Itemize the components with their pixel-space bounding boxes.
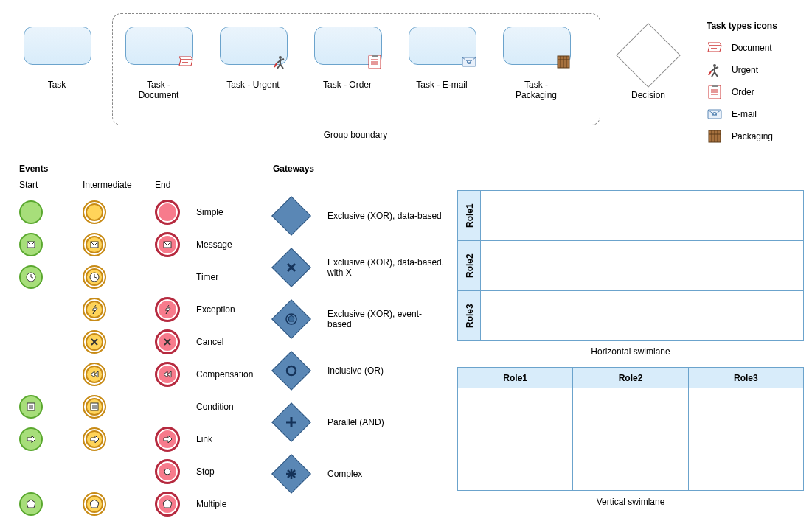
gateways-heading: Gateways	[273, 164, 314, 174]
vertical-swimlane-label: Vertical swimlane	[457, 497, 804, 507]
event-inter-timer	[83, 265, 106, 289]
event-end-message	[155, 232, 180, 257]
event-inter-condition	[83, 395, 106, 419]
v-lane3	[688, 388, 803, 491]
event-start-condition	[19, 395, 43, 419]
gateway-label-4: Parallel (AND)	[327, 417, 384, 427]
packaging-icon	[555, 54, 572, 70]
v-role3: Role3	[688, 368, 803, 388]
event-inter-multiple	[83, 492, 106, 516]
urgent-icon	[707, 62, 723, 78]
event-start-timer	[19, 265, 43, 289]
email-icon	[707, 106, 723, 122]
event-label-1: Message	[196, 239, 232, 250]
vertical-swimlane: Role1 Role2 Role3	[457, 367, 804, 491]
task-label-0: Task - Document	[125, 80, 192, 100]
event-label-5: Compensation	[196, 369, 253, 380]
task-shape-4	[503, 27, 571, 65]
event-start-simple	[19, 200, 43, 224]
event-label-3: Exception	[196, 304, 235, 315]
event-end-exception	[155, 297, 180, 322]
event-end-simple	[155, 200, 180, 225]
event-inter-message	[83, 233, 106, 256]
event-start-link	[19, 427, 43, 451]
tasktype-label-4: Packaging	[732, 131, 773, 141]
gateway-pentagon-ring	[271, 299, 311, 339]
events-heading: Events	[19, 164, 48, 174]
gateway-label-0: Exclusive (XOR), data-based	[327, 211, 442, 221]
gateway-label-1: Exclusive (XOR), data-based, with X	[327, 257, 445, 278]
event-inter-simple	[83, 200, 106, 224]
event-inter-link	[83, 427, 106, 451]
col-intermediate: Intermediate	[83, 180, 132, 190]
col-end: End	[155, 180, 170, 190]
document-icon	[178, 54, 194, 70]
task-label: Task	[24, 80, 90, 90]
v-role2: Role2	[573, 368, 688, 388]
tasktype-label-0: Document	[732, 43, 772, 53]
order-icon	[367, 54, 383, 70]
gateway-label-5: Complex	[327, 469, 362, 479]
task-label-1: Task - Urgent	[220, 80, 286, 90]
tasktype-label-2: Order	[732, 87, 754, 97]
task-shape-3	[409, 27, 476, 65]
gateway-asterisk	[271, 454, 311, 494]
task-shape-1	[220, 27, 288, 65]
tasktype-label-3: E-mail	[732, 109, 757, 119]
h-lane1	[481, 191, 804, 241]
document-icon	[707, 40, 723, 56]
event-start-multiple	[19, 492, 43, 516]
h-lane3	[481, 291, 804, 341]
v-lane1	[458, 388, 573, 491]
h-role3: Role3	[458, 291, 481, 341]
task-shape-0	[125, 27, 193, 65]
event-end-link	[155, 427, 180, 452]
tasktypes-heading: Task types icons	[707, 21, 810, 31]
gateway-blank	[271, 196, 311, 236]
event-inter-exception	[83, 298, 106, 321]
packaging-icon	[707, 128, 723, 144]
task-shape	[24, 27, 91, 65]
col-start: Start	[19, 180, 38, 190]
event-start-message	[19, 233, 43, 256]
event-end-compensation	[155, 362, 180, 387]
email-icon	[461, 54, 477, 70]
event-label-0: Simple	[196, 207, 223, 217]
event-inter-cancel	[83, 330, 106, 354]
event-inter-compensation	[83, 363, 106, 386]
gateway-plus	[271, 402, 311, 442]
gateway-ring	[271, 351, 311, 391]
group-label: Group boundary	[112, 130, 599, 140]
task-shape-2	[314, 27, 382, 65]
event-end-multiple	[155, 492, 180, 517]
decision-shape	[617, 24, 680, 87]
h-role2: Role2	[458, 241, 481, 291]
h-lane2	[481, 241, 804, 291]
horizontal-swimlane-label: Horizontal swimlane	[457, 346, 804, 357]
event-end-cancel	[155, 329, 180, 354]
gateway-x	[271, 248, 311, 287]
event-label-9: Multiple	[196, 499, 226, 509]
event-label-6: Condition	[196, 402, 234, 412]
decision-label: Decision	[617, 90, 680, 100]
event-end-stop	[155, 459, 180, 484]
task-label-4: Task - Packaging	[503, 80, 569, 100]
event-label-8: Stop	[196, 466, 215, 477]
h-role1: Role1	[458, 191, 481, 241]
gateway-label-2: Exclusive (XOR), event-based	[327, 309, 445, 329]
horizontal-swimlane: Role1 Role2 Role3	[457, 190, 804, 341]
gateway-label-3: Inclusive (OR)	[327, 366, 384, 376]
order-icon	[707, 84, 723, 100]
v-lane2	[573, 388, 688, 491]
event-label-4: Cancel	[196, 337, 223, 347]
event-label-7: Link	[196, 434, 212, 444]
task-label-3: Task - E-mail	[409, 80, 475, 90]
tasktype-label-1: Urgent	[732, 65, 758, 75]
v-role1: Role1	[458, 368, 573, 388]
urgent-icon	[272, 54, 288, 70]
task-label-2: Task - Order	[314, 80, 381, 90]
event-label-2: Timer	[196, 272, 218, 282]
